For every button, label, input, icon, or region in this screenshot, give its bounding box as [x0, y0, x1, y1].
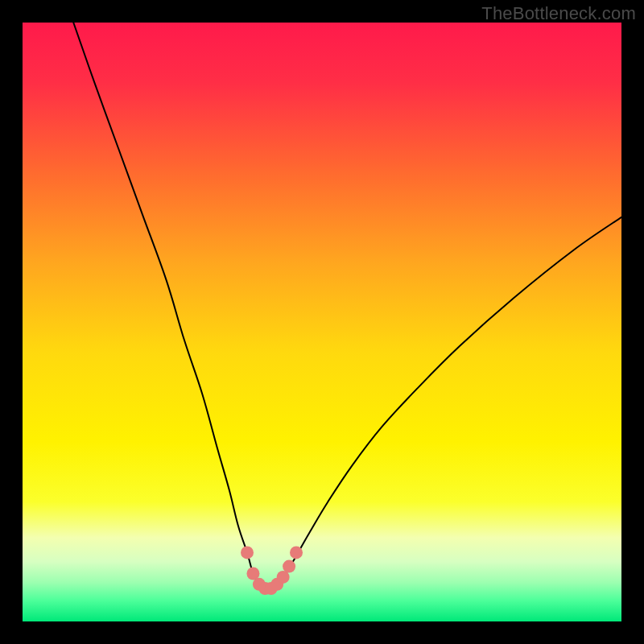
- flat-bottom-marker-point: [246, 567, 259, 580]
- outer-frame: TheBottleneck.com: [0, 0, 644, 644]
- flat-bottom-marker-point: [277, 571, 290, 584]
- watermark-text: TheBottleneck.com: [481, 3, 636, 24]
- flat-bottom-marker-point: [290, 546, 303, 559]
- plot-area: [23, 23, 621, 621]
- flat-bottom-marker-point: [241, 546, 254, 559]
- flat-bottom-marker-point: [283, 560, 295, 573]
- bottleneck-curve: [73, 23, 621, 589]
- chart-svg: [23, 23, 621, 621]
